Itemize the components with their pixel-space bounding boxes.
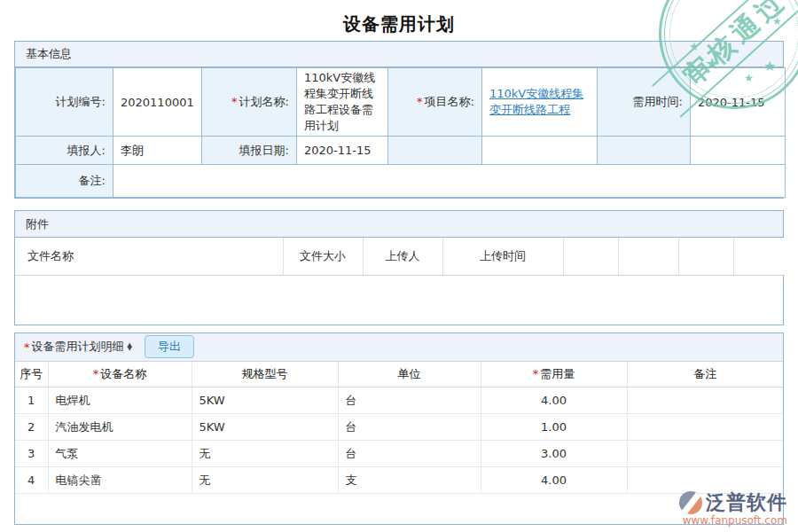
plan-no-label: 计划编号: [16, 68, 113, 137]
remark-value [113, 165, 786, 198]
row-model: 无 [192, 467, 338, 494]
project-name-label-text: 项目名称: [425, 95, 474, 108]
row-name: 气泵 [48, 441, 192, 467]
vendor-url: www.fanpusoft.com [679, 514, 787, 527]
basic-info-section-title: 基本信息 [26, 46, 72, 62]
row-no: 2 [15, 414, 48, 441]
detail-section-title: 设备需用计划明细 [32, 339, 124, 355]
detail-col-note: 备注 [627, 362, 783, 387]
row-note [627, 441, 783, 467]
detail-section-header: * 设备需用计划明细 ▲ ▼ 导出 [15, 333, 783, 362]
row-qty: 3.00 [481, 441, 627, 467]
project-name-cell: 110kV安徽线程集变开断线路工程 [482, 68, 598, 137]
row-model: 5KW [192, 414, 338, 441]
attachments-panel: 附件 文件名称 文件大小 上传人 上传时间 [14, 210, 784, 325]
attachments-empty-body [15, 276, 783, 325]
required-mark: * [417, 95, 423, 108]
export-button[interactable]: 导出 [145, 335, 194, 358]
attachments-table: 文件名称 文件大小 上传人 上传时间 [15, 238, 785, 276]
need-time-value: 2020-11-15 [691, 68, 786, 137]
detail-col-no: 序号 [15, 362, 48, 387]
required-mark: * [231, 95, 238, 108]
basic-info-table: 计划编号: 2020110001 *计划名称: 110kV安徽线程集变开断线路工… [15, 67, 786, 198]
plan-name-label: *计划名称: [202, 68, 297, 137]
fanpu-logo-icon [679, 491, 702, 514]
plan-no-value: 2020110001 [113, 68, 202, 137]
required-mark: * [533, 367, 539, 380]
remark-label: 备注: [16, 165, 113, 198]
row-no: 4 [15, 467, 48, 494]
row-no: 3 [15, 441, 48, 467]
detail-col-name-text: 设备名称 [100, 367, 146, 380]
plan-name-label-text: 计划名称: [239, 95, 289, 108]
detail-table: 序号 *设备名称 规格型号 单位 *需用量 备注 1 电焊机 5KW 台 4.0… [15, 362, 783, 495]
vendor-name: 泛普软件 [706, 489, 787, 516]
row-qty: 4.00 [481, 387, 627, 414]
table-row: 2 汽油发电机 5KW 台 1.00 [15, 414, 783, 441]
row-qty: 4.00 [481, 467, 627, 494]
detail-col-name: *设备名称 [48, 362, 192, 387]
attach-col-empty [563, 238, 618, 275]
reporter-value: 李朗 [113, 137, 202, 165]
attach-col-empty [733, 238, 785, 275]
sort-toggle-icon[interactable]: ▲ ▼ [128, 343, 132, 350]
row-model: 无 [192, 441, 338, 467]
project-name-label: *项目名称: [388, 68, 482, 137]
attachments-section-header: 附件 [15, 211, 783, 238]
need-time-label: 需用时间: [598, 68, 691, 137]
empty-label-cell [598, 137, 691, 165]
row-unit: 支 [338, 467, 481, 494]
detail-col-qty: *需用量 [481, 362, 627, 387]
sort-down-arrow-icon: ▼ [128, 347, 132, 350]
basic-info-panel: 基本信息 计划编号: 2020110001 *计划名称: 110kV安徽线程集变… [14, 41, 784, 199]
required-mark: * [93, 367, 99, 380]
attach-col-file-name: 文件名称 [15, 238, 283, 275]
detail-col-unit: 单位 [338, 362, 481, 387]
row-qty: 1.00 [481, 414, 627, 441]
report-date-label: 填报日期: [202, 137, 297, 165]
row-name: 电镐尖凿 [48, 467, 192, 494]
detail-panel: * 设备需用计划明细 ▲ ▼ 导出 序号 *设备名称 规格型号 单位 *需用量 … [14, 332, 784, 525]
required-mark: * [24, 340, 30, 354]
attachments-section-title: 附件 [26, 216, 49, 232]
attach-col-file-size: 文件大小 [283, 238, 363, 275]
table-row: 4 电镐尖凿 无 支 4.00 [15, 467, 783, 494]
row-note [627, 387, 783, 414]
empty-value-cell [691, 137, 786, 165]
project-name-link[interactable]: 110kV安徽线程集变开断线路工程 [489, 87, 583, 116]
page-title: 设备需用计划 [0, 0, 798, 41]
reporter-label: 填报人: [16, 137, 113, 165]
report-date-value: 2020-11-15 [297, 137, 388, 165]
attach-col-empty [678, 238, 733, 275]
basic-info-section-header: 基本信息 [15, 42, 783, 67]
detail-col-qty-text: 需用量 [540, 367, 575, 380]
attach-col-upload-time: 上传时间 [442, 238, 563, 275]
detail-col-model: 规格型号 [192, 362, 338, 387]
row-note [627, 414, 783, 441]
row-name: 汽油发电机 [48, 414, 192, 441]
attach-col-uploader: 上传人 [363, 238, 442, 275]
row-unit: 台 [338, 441, 481, 467]
row-unit: 台 [338, 387, 481, 414]
row-model: 5KW [192, 387, 338, 414]
vendor-logo: 泛普软件 www.fanpusoft.com [679, 489, 787, 527]
table-row: 1 电焊机 5KW 台 4.00 [15, 387, 783, 414]
plan-name-value: 110kV安徽线程集变开断线路工程设备需用计划 [297, 68, 388, 137]
empty-label-cell [388, 137, 482, 165]
table-row: 3 气泵 无 台 3.00 [15, 441, 783, 467]
row-no: 1 [15, 387, 48, 414]
row-unit: 台 [338, 414, 481, 441]
empty-value-cell [482, 137, 598, 165]
row-name: 电焊机 [48, 387, 192, 414]
attach-col-empty [618, 238, 678, 275]
